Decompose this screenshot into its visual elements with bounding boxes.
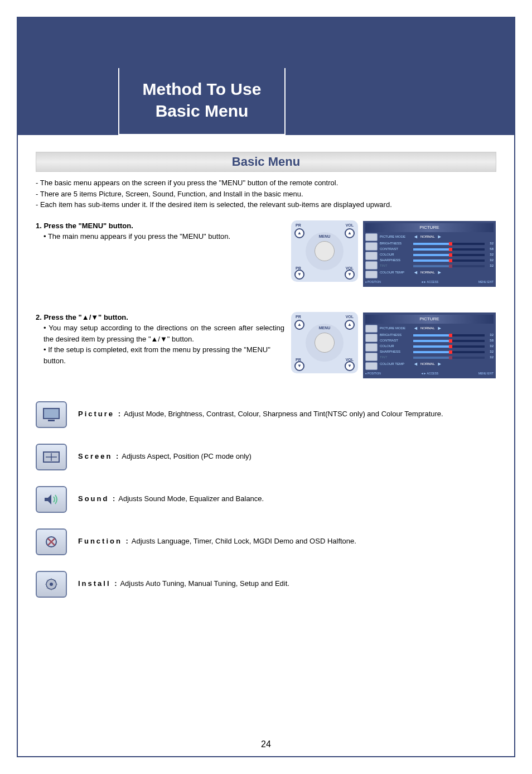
osd-screenshot: PICTURE PICTURE MODE◄NORMAL►	[362, 220, 496, 287]
osd-row-label: TINT	[380, 263, 411, 268]
intro-line: - There are 5 items Picture, Screen, Sou…	[36, 189, 496, 200]
def-desc: Adjusts Language, Timer, Child Lock, MGD…	[132, 537, 356, 545]
page-frame: Method To Use Basic Menu Basic Menu - Th…	[17, 17, 515, 757]
osd-row-label: PICTURE MODE	[380, 326, 411, 331]
step1-bullet: • The main menu appears if you press the…	[36, 231, 284, 242]
osd-footer-access: ACCESS	[427, 280, 439, 283]
arrow-up-icon: ▲	[345, 228, 355, 238]
remote-pad-illustration: PR VOL PR VOL MENU ▲ ▲ ▼ ▼	[291, 312, 358, 373]
def-desc: Adjusts Auto Tuning, Manual Tuning, Setu…	[120, 579, 289, 588]
menu-definitions: Picture : Adjust Mode, Brightness, Contr…	[36, 401, 496, 598]
def-desc: Adjusts Sound Mode, Equalizer and Balanc…	[118, 494, 264, 503]
osd-row-label: BRIGHTNESS	[380, 241, 411, 246]
osd-row-label: PICTURE MODE	[380, 234, 411, 239]
osd-icon-function	[365, 261, 378, 270]
title-line1: Method To Use	[119, 78, 284, 100]
osd-footer-access: ACCESS	[427, 372, 439, 375]
osd-title: PICTURE	[365, 315, 494, 324]
osd-row-val: NORMAL	[420, 234, 435, 239]
osd-row-val: 32	[487, 263, 494, 268]
osd-row-val: 32	[487, 241, 494, 246]
label-menu: MENU	[319, 325, 331, 331]
osd-icon-function	[365, 353, 378, 361]
osd-row-val: NORMAL	[420, 326, 435, 331]
step-2: 2. Press the "▲/▼" button. • You may set…	[36, 312, 496, 379]
osd-icon-screen	[365, 334, 378, 342]
svg-rect-1	[48, 420, 55, 421]
osd-row-label: SHARPNESS	[380, 258, 411, 263]
step2-bullet: • If the setup is completed, exit from t…	[36, 344, 284, 366]
osd-footer-menu: MENU	[478, 372, 487, 375]
def-label: Install :	[78, 579, 119, 588]
osd-row-val: 32	[487, 355, 494, 360]
osd-icon-sound	[365, 252, 378, 260]
screen-icon	[36, 444, 67, 470]
label-pr: PR	[296, 223, 301, 229]
osd-icon-picture	[365, 325, 378, 333]
intro-text: - The basic menu appears on the screen i…	[36, 177, 496, 210]
def-label: Screen :	[78, 452, 120, 460]
osd-row-val: 32	[487, 349, 494, 354]
svg-point-5	[50, 583, 53, 586]
svg-rect-0	[43, 408, 59, 419]
remote-pad-illustration: PR VOL PR VOL MENU ▲ ▲ ▼ ▼	[291, 220, 358, 282]
page-number: 24	[18, 739, 514, 749]
arrow-up-icon: ▲	[345, 320, 355, 330]
osd-row-label: TINT	[380, 355, 411, 360]
osd-icon-install	[365, 362, 378, 371]
arrow-down-icon: ▼	[345, 270, 355, 280]
def-desc: Adjusts Aspect, Position (PC mode only)	[122, 452, 252, 460]
step2-title: 2. Press the "▲/▼" button.	[36, 312, 284, 323]
arrow-down-icon: ▼	[345, 361, 355, 371]
def-label: Picture :	[78, 410, 122, 418]
osd-row-label: COLOUR	[380, 344, 411, 349]
label-menu: MENU	[319, 234, 331, 240]
intro-line: - The basic menu appears on the screen i…	[36, 177, 496, 189]
arrow-down-icon: ▼	[294, 361, 304, 371]
osd-row-val: NORMAL	[420, 362, 435, 367]
osd-footer-menu: MENU	[478, 280, 487, 283]
osd-row-val: 32	[487, 344, 494, 349]
arrow-up-icon: ▲	[294, 320, 304, 330]
osd-icon-screen	[365, 242, 378, 251]
sound-icon	[36, 486, 67, 513]
def-install: Install : Adjusts Auto Tuning, Manual Tu…	[36, 571, 496, 598]
def-sound: Sound : Adjusts Sound Mode, Equalizer an…	[36, 486, 496, 513]
def-label: Function :	[78, 537, 130, 545]
label-vol: VOL	[346, 223, 354, 229]
label-pr: PR	[296, 314, 301, 320]
osd-row-label: COLOUR TEMP	[380, 270, 411, 275]
osd-icon-sound	[365, 343, 378, 352]
osd-title: PICTURE	[365, 223, 494, 232]
install-icon	[36, 571, 67, 598]
arrow-down-icon: ▼	[294, 270, 304, 280]
osd-row-val: NORMAL	[420, 270, 435, 275]
osd-footer-exit: EXIT	[487, 372, 494, 375]
osd-footer-position: POSITION	[367, 372, 381, 375]
osd-row-val: 32	[487, 258, 494, 263]
osd-footer-position: POSITION	[367, 280, 381, 283]
osd-row-val: 58	[487, 247, 494, 252]
step1-title: 1. Press the "MENU" button.	[36, 220, 284, 232]
osd-row-label: BRIGHTNESS	[380, 333, 411, 338]
def-desc: Adjust Mode, Brightness, Contrast, Colou…	[124, 410, 443, 418]
def-function: Function : Adjusts Language, Timer, Chil…	[36, 528, 496, 555]
osd-row-label: COLOUR	[380, 252, 411, 257]
picture-icon	[36, 401, 67, 428]
intro-line: - Each item has sub-items under it. If t…	[36, 199, 496, 210]
step-1: 1. Press the "MENU" button. • The main m…	[36, 220, 496, 287]
def-label: Sound :	[78, 494, 117, 503]
label-vol: VOL	[346, 314, 354, 320]
osd-footer-exit: EXIT	[487, 280, 494, 283]
osd-row-val: 32	[487, 252, 494, 257]
arrow-up-icon: ▲	[294, 228, 304, 238]
def-picture: Picture : Adjust Mode, Brightness, Contr…	[36, 401, 496, 428]
def-screen: Screen : Adjusts Aspect, Position (PC mo…	[36, 444, 496, 470]
osd-screenshot: PICTURE PICTURE MODE◄NORMAL►	[362, 312, 496, 379]
page-title: Method To Use Basic Menu	[118, 68, 286, 135]
content: Basic Menu - The basic menu appears on t…	[36, 152, 496, 734]
osd-row-label: CONTRAST	[380, 338, 411, 343]
osd-row-val: 32	[487, 333, 494, 338]
osd-row-label: SHARPNESS	[380, 349, 411, 354]
osd-icon-picture	[365, 233, 378, 242]
